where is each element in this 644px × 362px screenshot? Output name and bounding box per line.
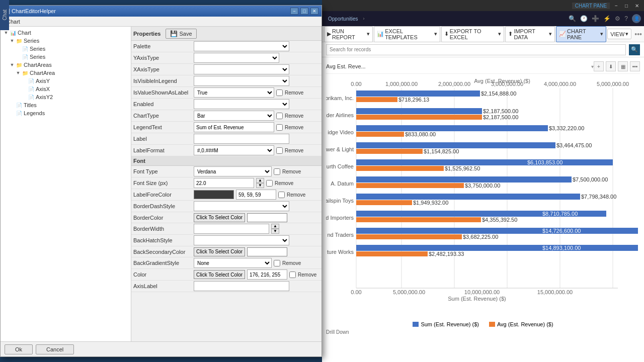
sum-legend-label: Sum (Est. Revenue) ($) <box>421 321 479 327</box>
labelforecolor-checkbox[interactable] <box>278 192 285 198</box>
isvalueshownaslabel-checkbox[interactable] <box>276 89 283 96</box>
color-input[interactable] <box>247 269 287 280</box>
fonttype-remove[interactable]: Remove <box>282 169 301 174</box>
xaxistype-select[interactable] <box>194 64 289 74</box>
fonttype-checkbox[interactable] <box>274 168 280 175</box>
crm-page-title: Opportunities <box>325 15 361 23</box>
export-excel-button[interactable]: ⬇ EXPORT TO EXCEL ▾ <box>441 26 505 42</box>
borderwidth-down[interactable]: ▼ <box>271 229 279 234</box>
backsecondarycolor-button[interactable]: Click To Select Color <box>194 247 245 256</box>
run-report-button[interactable]: ▶ RUN REPORT ▾ <box>324 26 373 42</box>
search-icon[interactable]: 🔍 <box>569 15 576 22</box>
crm-minimize[interactable]: − <box>613 3 620 9</box>
fontsize-checkbox[interactable] <box>266 180 273 187</box>
tree-node-axisx[interactable]: 📄 AxisX <box>3 85 129 93</box>
chart-add-button[interactable]: + <box>594 61 604 71</box>
history-icon[interactable]: 🕐 <box>580 15 588 22</box>
tree-node-series1[interactable]: 📄 Series <box>3 45 129 53</box>
bordercolor-swatch[interactable] <box>247 213 287 222</box>
borderwidth-up[interactable]: ▲ <box>271 224 279 229</box>
chart-more-button[interactable]: ••• <box>630 61 640 71</box>
labelformat-checkbox[interactable] <box>276 147 283 154</box>
view-button[interactable]: VIEW ▾ <box>607 29 631 39</box>
tree-node-axisy[interactable]: 📄 AxisY <box>3 77 129 85</box>
legendtext-input[interactable] <box>194 122 274 132</box>
isvalueshownaslabel-remove[interactable]: Remove <box>285 90 303 96</box>
legendtext-label: LegendText <box>133 124 194 130</box>
search-input[interactable] <box>326 44 626 55</box>
excel-templates-button[interactable]: 📊 EXCEL TEMPLATES ▾ <box>374 26 440 42</box>
labelforecolor-swatch[interactable] <box>194 190 234 199</box>
fontsize-remove[interactable]: Remove <box>275 180 293 186</box>
enabled-select[interactable] <box>194 99 289 109</box>
chart-pane-button[interactable]: 📈 CHART PANE ▾ <box>556 26 606 42</box>
axislabel-input[interactable] <box>194 281 289 291</box>
more-options-icon[interactable]: ••• <box>634 30 642 38</box>
borderwidth-input[interactable] <box>194 224 269 234</box>
fontsize-input[interactable] <box>194 178 254 188</box>
tree-node-series2[interactable]: 📄 Series <box>3 53 129 61</box>
tree-node-chartarea[interactable]: ▼ 📁 ChartArea <box>3 69 129 77</box>
chart-download-button[interactable]: ⬇ <box>606 61 616 71</box>
color-button[interactable]: Click To Select Color <box>194 270 245 279</box>
labelformat-select[interactable]: #,0.###M <box>194 145 274 155</box>
charttype-remove[interactable]: Remove <box>285 113 303 119</box>
backgradientstyle-select[interactable]: None LeftRight TopBottom <box>194 258 272 268</box>
isvisibleinlegend-select[interactable] <box>194 76 289 86</box>
color-checkbox[interactable] <box>289 272 296 278</box>
blink-button[interactable]: CHART PANE <box>572 3 610 9</box>
dialog-title-text: ChartEditorHelper <box>12 8 288 14</box>
save-button[interactable]: 💾 Save <box>166 29 196 39</box>
filter-icon[interactable]: ⚡ <box>603 15 611 22</box>
backgradientstyle-remove[interactable]: Remove <box>282 260 301 266</box>
tree-node-titles[interactable]: 📄 Titles <box>3 101 129 109</box>
tree-node-legends[interactable]: 📄 Legends <box>3 109 129 117</box>
backsecondarycolor-swatch[interactable] <box>247 247 287 256</box>
backhatchstyle-select[interactable] <box>194 235 289 245</box>
dialog-minimize-button[interactable]: − <box>290 8 298 15</box>
fontsize-up[interactable]: ▲ <box>256 178 264 183</box>
axisx-tree-icon: 📄 <box>28 85 35 93</box>
label-input[interactable] <box>194 134 289 144</box>
legendtext-remove[interactable]: Remove <box>285 125 303 130</box>
charttype-checkbox[interactable] <box>276 113 283 119</box>
legend-avg: Avg (Est. Revenue) ($) <box>489 321 553 327</box>
help-icon[interactable]: ? <box>624 15 628 22</box>
labelforecolor-remove[interactable]: Remove <box>287 192 305 198</box>
legendtext-checkbox[interactable] <box>276 124 283 131</box>
color-remove[interactable]: Remove <box>298 272 316 278</box>
label-value <box>194 134 319 144</box>
dialog-close-button[interactable]: ✕ <box>310 8 318 15</box>
ok-button[interactable]: Ok <box>5 344 33 354</box>
tree-node-chart[interactable]: ▼ 📊 Chart <box>3 29 129 37</box>
chat-sidebar[interactable]: Chat <box>0 0 9 30</box>
dialog-maximize-button[interactable]: □ <box>300 8 308 15</box>
user-avatar[interactable]: 👤 <box>632 14 641 23</box>
import-data-button[interactable]: ⬆ IMPORT DATA ▾ <box>505 26 555 42</box>
tree-node-axisy2[interactable]: 📄 AxisY2 <box>3 93 129 101</box>
svg-text:$3,750,000.00: $3,750,000.00 <box>465 183 500 189</box>
search-button[interactable]: 🔍 <box>629 44 640 55</box>
chart-grid-button[interactable]: ▦ <box>618 61 628 71</box>
tree-node-series[interactable]: ▼ 📁 Series <box>3 37 129 45</box>
isvalueshownaslabel-value: True False Remove <box>194 87 319 98</box>
crm-close[interactable]: ✕ <box>633 3 641 9</box>
add-icon[interactable]: ➕ <box>592 15 599 22</box>
labelforecolor-input[interactable] <box>236 190 276 200</box>
yaxistype-select[interactable] <box>194 53 279 63</box>
fontsize-down[interactable]: ▼ <box>256 183 264 188</box>
palette-select[interactable] <box>194 41 289 51</box>
borderdashstyle-select[interactable] <box>194 201 289 211</box>
bordercolor-button[interactable]: Click To Select Color <box>194 213 245 222</box>
fonttype-select[interactable]: Verdana Arial Times New Roman <box>194 166 272 176</box>
tree-node-chartareas[interactable]: ▼ 📁 ChartAreas <box>3 61 129 69</box>
labelformat-remove[interactable]: Remove <box>285 148 303 153</box>
isvalueshownaslabel-select[interactable]: True False <box>194 87 274 98</box>
backgradientstyle-checkbox[interactable] <box>274 260 280 266</box>
cancel-button[interactable]: Cancel <box>36 344 74 354</box>
svg-text:ailspin Toys: ailspin Toys <box>326 198 354 204</box>
charttype-select[interactable]: Bar Line Column Pie <box>194 111 274 121</box>
yaxistype-label: YAxisType <box>133 55 194 61</box>
settings-icon[interactable]: ⚙ <box>615 15 620 22</box>
crm-maximize[interactable]: □ <box>623 3 630 9</box>
